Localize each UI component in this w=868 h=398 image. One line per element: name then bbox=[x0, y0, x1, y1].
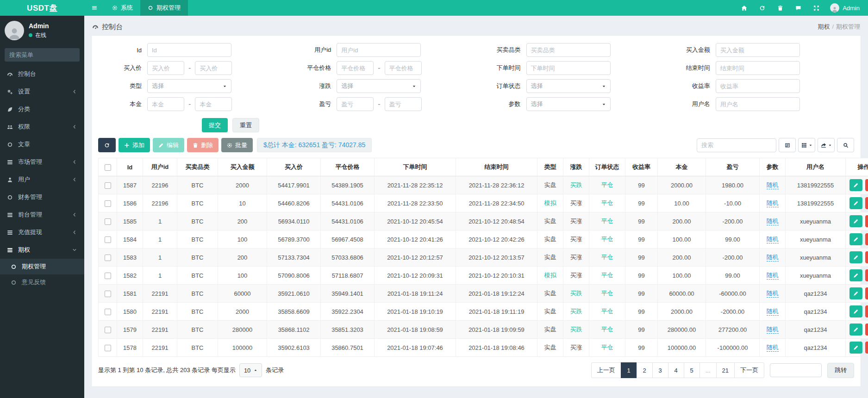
row-delete-button[interactable] bbox=[865, 233, 868, 245]
page-jump-input[interactable] bbox=[770, 363, 822, 377]
row-edit-button[interactable] bbox=[849, 179, 862, 191]
page-jump-button[interactable]: 跳转 bbox=[827, 363, 854, 378]
sidebar-item[interactable]: 设置 bbox=[0, 83, 84, 100]
sidebar-item[interactable]: 控制台 bbox=[0, 65, 84, 83]
param-link[interactable]: 随机 bbox=[767, 272, 779, 280]
row-delete-button[interactable] bbox=[865, 251, 868, 263]
row-edit-button[interactable] bbox=[849, 287, 862, 299]
param-link[interactable]: 随机 bbox=[767, 218, 779, 225]
param-link[interactable]: 随机 bbox=[767, 254, 779, 261]
submit-button[interactable]: 提交 bbox=[202, 118, 228, 132]
select-all-checkbox[interactable] bbox=[105, 164, 111, 171]
row-delete-button[interactable] bbox=[865, 287, 868, 299]
param-link[interactable]: 随机 bbox=[767, 199, 779, 207]
row-delete-button[interactable] bbox=[865, 269, 868, 281]
row-delete-button[interactable] bbox=[865, 323, 868, 336]
page-button[interactable]: 1 bbox=[621, 362, 637, 378]
page-button[interactable]: 2 bbox=[637, 362, 653, 378]
row-checkbox[interactable] bbox=[105, 236, 111, 243]
message-button[interactable] bbox=[789, 0, 807, 16]
columns-button[interactable] bbox=[798, 138, 815, 152]
row-checkbox[interactable] bbox=[105, 327, 111, 333]
row-edit-button[interactable] bbox=[849, 251, 862, 263]
row-edit-button[interactable] bbox=[849, 323, 862, 336]
sidebar-subitem[interactable]: 期权管理 bbox=[0, 259, 84, 274]
row-checkbox[interactable] bbox=[105, 273, 111, 279]
search-button[interactable] bbox=[837, 138, 854, 152]
filter-input[interactable] bbox=[337, 43, 421, 57]
row-checkbox[interactable] bbox=[105, 345, 111, 351]
param-link[interactable]: 随机 bbox=[767, 181, 779, 189]
reset-button[interactable]: 重置 bbox=[232, 118, 259, 132]
sidebar-subitem[interactable]: 意见反馈 bbox=[0, 274, 84, 290]
filter-input[interactable] bbox=[147, 43, 231, 57]
row-checkbox[interactable] bbox=[105, 291, 111, 297]
sidebar-item[interactable]: 市场管理 bbox=[0, 153, 84, 171]
param-link[interactable]: 随机 bbox=[767, 236, 779, 243]
row-delete-button[interactable] bbox=[865, 305, 868, 317]
breadcrumb-parent[interactable]: 期权 bbox=[818, 23, 830, 30]
filter-input[interactable] bbox=[526, 61, 611, 75]
refresh-button[interactable] bbox=[753, 0, 771, 16]
admin-menu[interactable]: Admin bbox=[825, 3, 862, 12]
filter-range-max-input[interactable] bbox=[195, 97, 232, 111]
sidebar-search-input[interactable] bbox=[9, 51, 91, 58]
filter-range-max-input[interactable] bbox=[195, 61, 232, 75]
delete-button[interactable]: 删除 bbox=[187, 138, 219, 152]
row-edit-button[interactable] bbox=[849, 233, 862, 245]
filter-input[interactable] bbox=[716, 79, 800, 93]
page-button[interactable]: 4 bbox=[668, 362, 684, 378]
filter-select[interactable]: 选择 bbox=[526, 79, 611, 93]
row-delete-button[interactable] bbox=[865, 215, 868, 227]
page-button[interactable]: 5 bbox=[684, 362, 700, 378]
filter-range-min-input[interactable] bbox=[147, 97, 184, 111]
param-link[interactable]: 随机 bbox=[767, 308, 779, 316]
page-button[interactable]: 3 bbox=[652, 362, 668, 378]
row-checkbox[interactable] bbox=[105, 182, 111, 189]
row-edit-button[interactable] bbox=[849, 215, 862, 227]
sidebar-item[interactable]: 分类 bbox=[0, 100, 84, 118]
row-checkbox[interactable] bbox=[105, 309, 111, 315]
row-checkbox[interactable] bbox=[105, 255, 111, 261]
row-checkbox[interactable] bbox=[105, 200, 111, 207]
refresh-button[interactable] bbox=[98, 138, 116, 152]
filter-input[interactable] bbox=[716, 43, 800, 57]
filter-input[interactable] bbox=[526, 43, 611, 57]
edit-button[interactable]: 编辑 bbox=[153, 138, 184, 152]
filter-range-min-input[interactable] bbox=[337, 97, 374, 111]
row-delete-button[interactable] bbox=[865, 179, 868, 191]
filter-range-min-input[interactable] bbox=[337, 61, 374, 75]
row-checkbox[interactable] bbox=[105, 218, 111, 225]
param-link[interactable]: 随机 bbox=[767, 290, 779, 298]
row-edit-button[interactable] bbox=[849, 197, 862, 209]
trash-button[interactable] bbox=[771, 0, 789, 16]
sidebar-item[interactable]: 权限 bbox=[0, 118, 84, 136]
top-menu-item[interactable]: 系统 bbox=[105, 0, 140, 16]
table-search-input[interactable] bbox=[697, 138, 776, 152]
row-edit-button[interactable] bbox=[849, 269, 862, 281]
filter-select[interactable]: 选择 bbox=[526, 97, 611, 111]
sidebar-item[interactable]: 前台管理 bbox=[0, 206, 84, 224]
sidebar-item[interactable]: 文章 bbox=[0, 136, 84, 153]
row-edit-button[interactable] bbox=[849, 342, 862, 354]
filter-select[interactable]: 选择 bbox=[147, 79, 231, 93]
page-button[interactable]: 下一页 bbox=[734, 362, 764, 378]
page-button[interactable]: 21 bbox=[716, 362, 735, 378]
filter-select[interactable]: 选择 bbox=[337, 79, 421, 93]
top-menu-item[interactable]: 期权管理 bbox=[140, 0, 188, 16]
batch-button[interactable]: 批量 bbox=[221, 138, 253, 152]
row-delete-button[interactable] bbox=[865, 197, 868, 209]
sidebar-item[interactable]: 用户 bbox=[0, 171, 84, 188]
sidebar-toggle-button[interactable] bbox=[84, 0, 105, 16]
sidebar-item[interactable]: 期权 bbox=[0, 241, 84, 259]
filter-input[interactable] bbox=[716, 97, 800, 111]
filter-input[interactable] bbox=[716, 61, 800, 75]
filter-range-min-input[interactable] bbox=[147, 61, 184, 75]
row-delete-button[interactable] bbox=[865, 342, 868, 354]
sidebar-item[interactable]: 财务管理 bbox=[0, 188, 84, 206]
export-button[interactable] bbox=[818, 138, 835, 152]
param-link[interactable]: 随机 bbox=[767, 326, 779, 334]
detail-view-button[interactable] bbox=[779, 138, 796, 152]
add-button[interactable]: 添加 bbox=[119, 138, 150, 152]
sidebar-item[interactable]: 充值提现 bbox=[0, 224, 84, 241]
